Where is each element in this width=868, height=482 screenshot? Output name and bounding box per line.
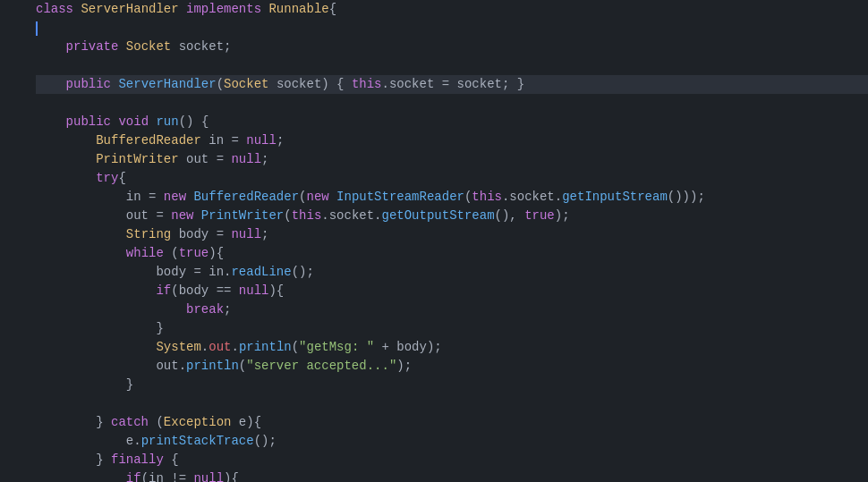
code-line: e.printStackTrace();	[36, 432, 868, 451]
code-line: class ServerHandler implements Runnable{	[36, 0, 868, 19]
code-line: break;	[36, 300, 868, 319]
text-cursor	[36, 21, 38, 36]
cursor-line	[36, 19, 868, 38]
code-line: if(body == null){	[36, 282, 868, 300]
code-line: } catch (Exception e){	[36, 413, 868, 432]
code-line: } finally {	[36, 451, 868, 469]
line-numbers	[0, 0, 27, 482]
code-line: public void run() {	[36, 113, 868, 131]
code-line: String body = null;	[36, 225, 868, 244]
code-content[interactable]: class ServerHandler implements Runnable{…	[27, 0, 868, 482]
code-line	[36, 394, 868, 413]
code-line: PrintWriter out = null;	[36, 150, 868, 169]
code-line: }	[36, 319, 868, 338]
code-line: }	[36, 376, 868, 394]
code-line: while (true){	[36, 244, 868, 263]
code-editor: class ServerHandler implements Runnable{…	[0, 0, 868, 482]
code-line: System.out.println("getMsg: " + body);	[36, 338, 868, 357]
code-line: body = in.readLine();	[36, 263, 868, 282]
code-line: out.println("server accepted...");	[36, 357, 868, 376]
code-line	[36, 94, 868, 113]
code-line: in = new BufferedReader(new InputStreamR…	[36, 188, 868, 207]
code-line	[36, 56, 868, 75]
code-line: out = new PrintWriter(this.socket.getOut…	[36, 207, 868, 225]
code-line: BufferedReader in = null;	[36, 131, 868, 150]
code-line: if(in != null){	[36, 469, 868, 482]
code-line: try{	[36, 169, 868, 188]
code-line: private Socket socket;	[36, 38, 868, 56]
code-line: public ServerHandler(Socket socket) { th…	[36, 75, 868, 94]
